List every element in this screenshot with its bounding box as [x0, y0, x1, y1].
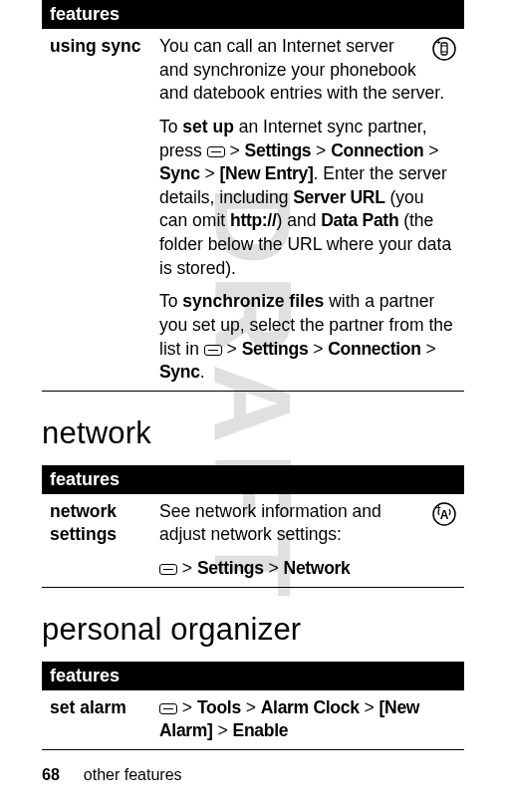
page-number: 68: [42, 766, 60, 783]
features-table-organizer: features set alarm > Tools > Alarm Clock…: [42, 662, 464, 750]
svg-text:+: +: [436, 503, 441, 512]
svg-rect-1: [441, 43, 447, 55]
antenna-badge-icon: A+: [432, 502, 456, 526]
sync-badge-icon: +: [432, 37, 456, 61]
feature-desc: > Tools > Alarm Clock > [New Alarm] > En…: [151, 690, 464, 750]
features-table-network: features network settings A+ See network…: [42, 465, 464, 588]
feature-label: set alarm: [42, 690, 151, 750]
table-row: set alarm > Tools > Alarm Clock > [New A…: [42, 690, 464, 750]
feature-desc: + You can call an Internet server and sy…: [151, 29, 464, 391]
svg-text:+: +: [436, 38, 441, 47]
softkey-icon: [204, 345, 222, 356]
footer-section: other features: [84, 766, 182, 783]
section-heading-organizer: personal organizer: [42, 612, 464, 648]
softkey-icon: [207, 146, 225, 157]
table-header: features: [42, 465, 464, 494]
table-row: network settings A+ See network informat…: [42, 494, 464, 587]
svg-text:A: A: [440, 508, 449, 522]
feature-label: using sync: [42, 29, 151, 391]
table-header: features: [42, 0, 464, 29]
softkey-icon: [159, 703, 177, 714]
feature-desc: A+ See network information and adjust ne…: [151, 494, 464, 587]
page-footer: 68other features: [42, 766, 182, 784]
table-row: using sync + You can call an Internet se…: [42, 29, 464, 391]
table-header: features: [42, 662, 464, 690]
softkey-icon: [159, 564, 177, 575]
features-table-sync: features using sync + You can call an In…: [42, 0, 464, 392]
feature-label: network settings: [42, 494, 151, 587]
section-heading-network: network: [42, 415, 464, 451]
